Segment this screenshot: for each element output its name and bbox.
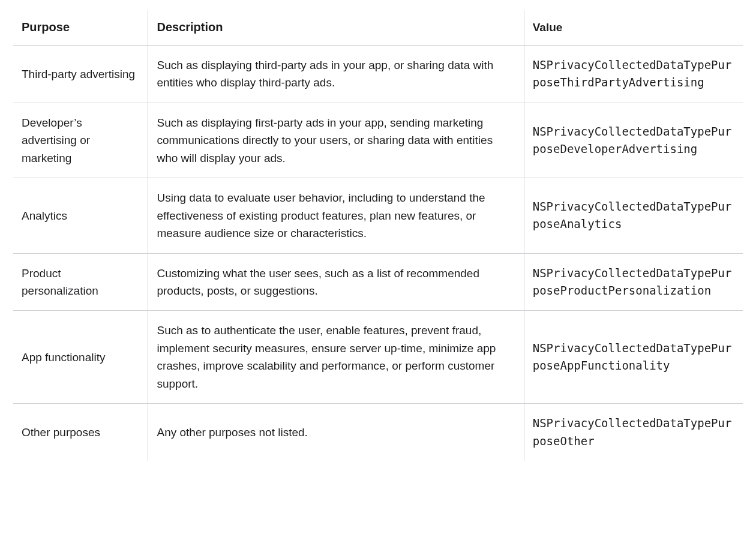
privacy-purposes-table: Purpose Description Value Third-party ad…	[13, 10, 743, 461]
cell-purpose: Third-party advertising	[13, 46, 148, 103]
cell-purpose: Analytics	[13, 178, 148, 253]
table-row: App functionality Such as to authenticat…	[13, 311, 743, 404]
cell-purpose: Developer’s advertising or marketing	[13, 103, 148, 178]
table-row: Analytics Using data to evaluate user be…	[13, 178, 743, 253]
cell-description: Such as displaying third-party ads in yo…	[148, 46, 524, 103]
table-body: Third-party advertising Such as displayi…	[13, 46, 743, 461]
cell-purpose: Other purposes	[13, 404, 148, 461]
header-description: Description	[148, 10, 524, 46]
cell-purpose: Product personalization	[13, 253, 148, 311]
table-row: Other purposes Any other purposes not li…	[13, 404, 743, 461]
cell-value: NSPrivacyCollectedDataTypePurposeThirdPa…	[524, 46, 743, 103]
table-row: Developer’s advertising or marketing Suc…	[13, 103, 743, 178]
table-row: Product personalization Customizing what…	[13, 253, 743, 311]
cell-description: Customizing what the user sees, such as …	[148, 253, 524, 311]
header-value: Value	[524, 10, 743, 46]
table-header-row: Purpose Description Value	[13, 10, 743, 46]
cell-value: NSPrivacyCollectedDataTypePurposeOther	[524, 404, 743, 461]
cell-value: NSPrivacyCollectedDataTypePurposeAnalyti…	[524, 178, 743, 253]
cell-description: Using data to evaluate user behavior, in…	[148, 178, 524, 253]
cell-value: NSPrivacyCollectedDataTypePurposeDevelop…	[524, 103, 743, 178]
cell-description: Any other purposes not listed.	[148, 404, 524, 461]
header-purpose: Purpose	[13, 10, 148, 46]
cell-description: Such as to authenticate the user, enable…	[148, 311, 524, 404]
cell-description: Such as displaying first-party ads in yo…	[148, 103, 524, 178]
cell-value: NSPrivacyCollectedDataTypePurposeAppFunc…	[524, 311, 743, 404]
cell-value: NSPrivacyCollectedDataTypePurposeProduct…	[524, 253, 743, 311]
cell-purpose: App functionality	[13, 311, 148, 404]
table-row: Third-party advertising Such as displayi…	[13, 46, 743, 103]
